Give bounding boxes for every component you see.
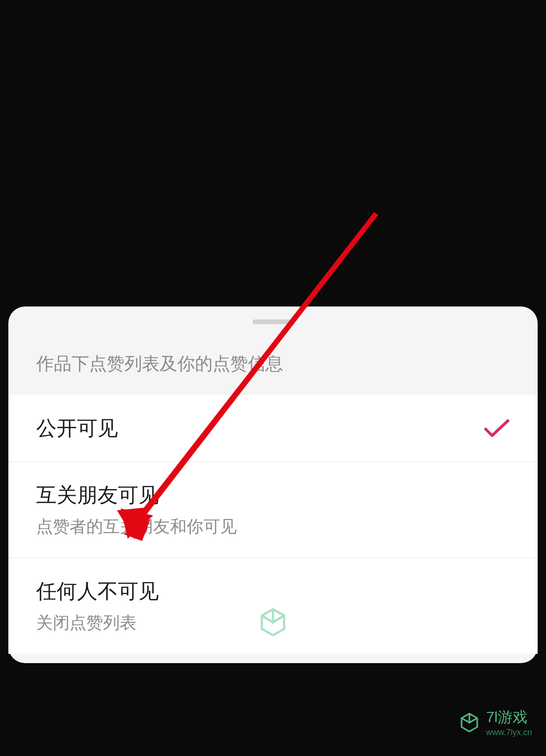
option-content: 公开可见 [36, 415, 118, 442]
option-content: 任何人不可见 关闭点赞列表 [36, 578, 159, 634]
checkmark-icon [484, 419, 510, 438]
watermark-text: 7l游戏 www.7lyx.cn [486, 707, 532, 737]
option-description: 关闭点赞列表 [36, 612, 159, 634]
dark-background [0, 0, 546, 281]
option-mutual-friends-visible[interactable]: 互关朋友可见 点赞者的互关朋友和你可见 [8, 462, 538, 558]
bottom-sheet: 作品下点赞列表及你的点赞信息 公开可见 互关朋友可见 点赞者的互关朋友和你可见 … [8, 306, 538, 663]
watermark-url: www.7lyx.cn [486, 728, 532, 737]
section-title: 作品下点赞列表及你的点赞信息 [8, 352, 538, 376]
option-public-visible[interactable]: 公开可见 [8, 395, 538, 462]
bottom-watermark: 7l游戏 www.7lyx.cn [458, 707, 532, 737]
option-content: 互关朋友可见 点赞者的互关朋友和你可见 [36, 482, 237, 538]
option-description: 点赞者的互关朋友和你可见 [36, 515, 237, 538]
option-label: 互关朋友可见 [36, 482, 237, 509]
watermark-title: 7l游戏 [486, 707, 527, 728]
watermark-logo-icon [254, 604, 292, 641]
drag-handle[interactable] [253, 319, 293, 324]
watermark-cube-icon [458, 711, 481, 734]
option-label: 任何人不可见 [36, 578, 159, 605]
option-label: 公开可见 [36, 415, 118, 442]
